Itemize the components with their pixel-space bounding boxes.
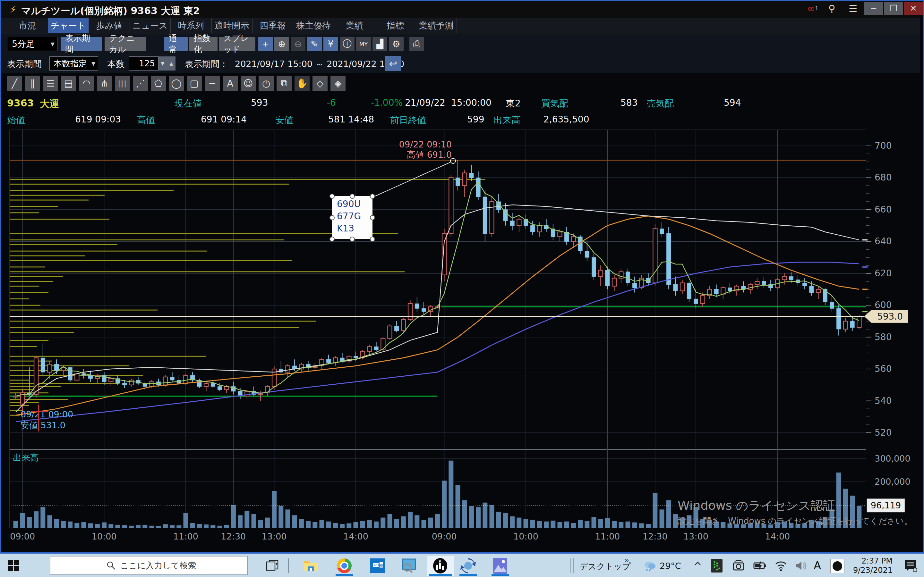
text-tool-icon[interactable]: A: [223, 76, 238, 91]
weather-icon[interactable]: [643, 559, 656, 572]
tab-2[interactable]: チャート: [48, 18, 89, 33]
crosshair-icon[interactable]: ＋: [258, 37, 273, 51]
selection-handle[interactable]: [370, 215, 375, 220]
quote-field: 出来高: [493, 114, 520, 126]
pentagon-icon[interactable]: ⬠: [151, 76, 166, 91]
price-lines-icon[interactable]: ▤: [61, 76, 76, 91]
selection-handle[interactable]: [330, 215, 334, 220]
tab-11[interactable]: 業績予測: [416, 18, 457, 33]
horizontal-lines-icon[interactable]: ☰: [43, 76, 58, 91]
copy-icon[interactable]: ⧉: [276, 76, 292, 91]
volume-bar: [496, 512, 501, 528]
selection-handle[interactable]: [350, 237, 355, 242]
area-chart-icon[interactable]: ▟: [373, 37, 387, 51]
info-icon[interactable]: ⓘ: [340, 37, 355, 51]
tab-10[interactable]: 指標: [375, 18, 416, 33]
selection-handle[interactable]: [330, 237, 334, 242]
close-icon[interactable]: ✕: [904, 2, 923, 15]
notification-center-icon[interactable]: [903, 559, 918, 572]
hand-icon[interactable]: ✋: [294, 76, 310, 91]
battery-tray-icon[interactable]: [753, 561, 767, 571]
toolbar-button[interactable]: 指数化: [189, 37, 218, 51]
sync-app-icon[interactable]: [458, 556, 478, 576]
tray-caret-icon[interactable]: ^: [694, 560, 702, 572]
link-icon[interactable]: ∞1: [803, 2, 822, 15]
chart-area[interactable]: 09:0010:0011:0012:3013:0014:0009:0010:00…: [0, 127, 924, 551]
selection-handle[interactable]: [350, 194, 355, 198]
photos-app-icon[interactable]: [490, 556, 510, 576]
tab-5[interactable]: 時系列: [171, 18, 212, 33]
candle-body: [517, 219, 521, 226]
rectangle-icon[interactable]: ▢: [187, 76, 202, 91]
toolbar-button[interactable]: 通常: [164, 37, 188, 51]
trendline-icon[interactable]: ╱: [7, 76, 22, 91]
zoom-in-icon[interactable]: ⊕: [274, 37, 289, 51]
chrome-icon[interactable]: [334, 556, 354, 576]
led-status-icon[interactable]: [711, 559, 722, 572]
ime-mode-letter[interactable]: A: [814, 559, 821, 572]
horizontal-segment-icon[interactable]: ─: [205, 76, 220, 91]
count-increment-button[interactable]: ▲: [167, 56, 176, 71]
parallel-line-icon[interactable]: ∥: [25, 76, 40, 91]
search-icon[interactable]: ⚲: [822, 2, 841, 15]
my-indicator-icon[interactable]: MY: [356, 37, 371, 51]
camera-tray-icon[interactable]: [732, 560, 745, 572]
task-view-button[interactable]: [262, 556, 282, 576]
store-app-icon[interactable]: 12:10: [368, 556, 388, 576]
eraser-icon[interactable]: ◇: [312, 76, 328, 91]
chevron-expand-icon[interactable]: »: [624, 556, 629, 565]
ellipse-icon[interactable]: ◯: [169, 76, 184, 91]
period-mode-select[interactable]: 本数指定▼: [49, 56, 98, 71]
annotation-textbox[interactable]: 690U677GK13: [330, 194, 375, 242]
file-explorer-icon[interactable]: [301, 556, 321, 576]
bar-count-input[interactable]: 125: [129, 56, 158, 71]
selection-handle[interactable]: [370, 237, 375, 242]
tab-4[interactable]: ニュース: [129, 18, 171, 33]
erase-all-icon[interactable]: ◈: [330, 76, 346, 91]
tab-8[interactable]: 株主優待: [293, 18, 334, 33]
toolbar-button[interactable]: 表示期間: [61, 37, 102, 51]
selection-handle[interactable]: [330, 194, 334, 198]
tab-7[interactable]: 四季報: [252, 18, 293, 33]
fibonacci-arc-icon[interactable]: ◠: [79, 76, 94, 91]
toolbar-button[interactable]: テクニカル: [105, 37, 145, 51]
titlebar[interactable]: ⚡ マルチツール(個別銘柄) 9363 大運 東2 ∞1 ⚲ ☰ ─ ❐ ✕: [1, 1, 920, 18]
minimize-icon[interactable]: ─: [864, 2, 883, 15]
fan-lines-icon[interactable]: ⋔: [97, 76, 112, 91]
icon-stamp-icon[interactable]: ☺: [241, 76, 256, 91]
desktop-toolbar-label[interactable]: デスクトップ: [580, 561, 631, 572]
menu-icon[interactable]: ☰: [844, 2, 863, 15]
restore-icon[interactable]: ❐: [884, 2, 903, 15]
high-point-marker: [451, 158, 456, 163]
vertical-lines-icon[interactable]: |||: [115, 76, 130, 91]
zoom-out-icon[interactable]: ⊖: [291, 37, 305, 51]
tab-3[interactable]: 歩み値: [89, 18, 130, 33]
volume-profile-bar: [10, 321, 317, 322]
ime-icon[interactable]: [830, 559, 845, 573]
tab-6[interactable]: 適時開示: [212, 18, 252, 33]
taskbar-search-input[interactable]: ここに入力して検索: [50, 556, 248, 575]
tab-1[interactable]: 市況: [7, 18, 48, 33]
taskbar-clock[interactable]: 2:37 PM 9/23/2021: [851, 556, 893, 575]
pencil-icon[interactable]: ✎: [307, 37, 322, 51]
wrench-icon[interactable]: ⚙: [389, 37, 404, 51]
volume-tray-icon[interactable]: [795, 560, 809, 571]
gann-lines-icon[interactable]: ⋰: [133, 76, 148, 91]
temperature-label[interactable]: 29°C: [660, 561, 681, 571]
candlestick-chart[interactable]: 09:0010:0011:0012:3013:0014:0009:0010:00…: [0, 127, 924, 551]
toolbar-handle[interactable]: [570, 558, 573, 573]
reload-button[interactable]: ↩: [385, 56, 401, 71]
wifi-tray-icon[interactable]: [774, 560, 787, 571]
selection-handle[interactable]: [370, 194, 375, 198]
trading-app-icon[interactable]: R: [427, 556, 454, 576]
tab-9[interactable]: 業績: [334, 18, 375, 33]
snip-tool-icon[interactable]: [399, 556, 419, 576]
volume-profile-bar: [10, 285, 39, 287]
count-decrement-button[interactable]: ▼: [158, 56, 167, 71]
start-button[interactable]: [8, 560, 20, 572]
toolbar-button[interactable]: スプレッド: [219, 37, 255, 51]
print-icon[interactable]: ⎙: [409, 37, 424, 51]
yen-icon[interactable]: ¥: [323, 37, 338, 51]
timeframe-select[interactable]: 5分足▼: [7, 37, 57, 51]
clock-stamp-icon[interactable]: ◴: [258, 76, 274, 91]
